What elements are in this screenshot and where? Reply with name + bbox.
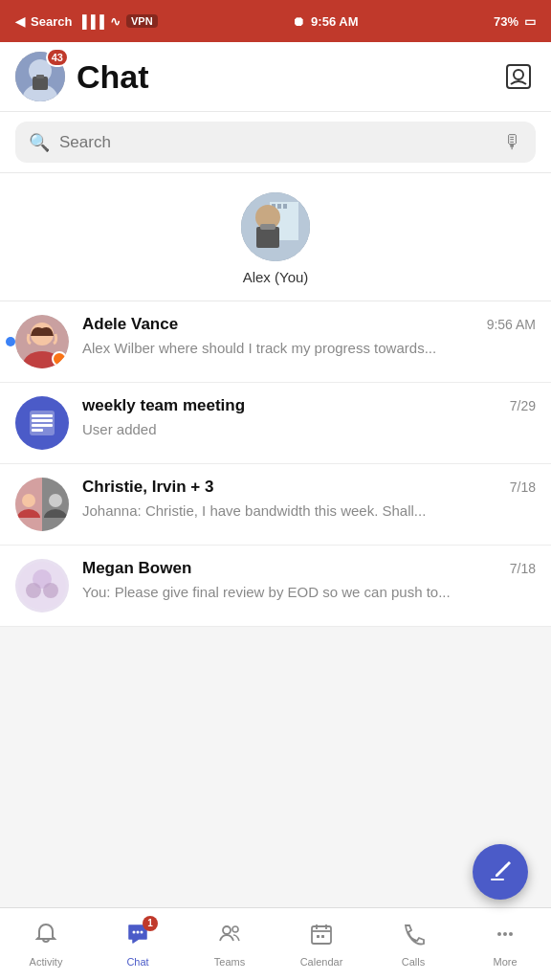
chat-list: Adele Vance 9:56 AM Alex Wilber where sh… [0,301,551,627]
svg-rect-14 [256,227,279,248]
page-title: Chat [77,58,149,96]
chat-label: Chat [126,956,148,968]
nav-calls[interactable]: Calls [367,908,459,980]
megan-time: 7/18 [510,561,536,576]
adele-avatar [15,315,69,368]
megan-chat-top: Megan Bowen 7/18 [82,559,536,578]
svg-point-31 [43,583,58,598]
chat-item-adele[interactable]: Adele Vance 9:56 AM Alex Wilber where sh… [0,301,551,383]
weekly-chat-top: weekly team meeting 7/29 [82,396,536,415]
svg-rect-23 [32,429,43,432]
adele-chat-content: Adele Vance 9:56 AM Alex Wilber where sh… [82,315,536,358]
status-bar: ◀ Search ▐▐▐ ∿ VPN ⏺ 9:56 AM 73% ▭ [0,0,551,42]
adele-time: 9:56 AM [487,317,536,332]
svg-point-34 [137,930,140,933]
status-ring [52,351,67,367]
time-label: 9:56 AM [311,14,358,29]
svg-point-36 [223,926,231,934]
adele-preview: Alex Wilber where should I track my prog… [82,338,536,358]
adele-chat-top: Adele Vance 9:56 AM [82,315,536,334]
carrier-label: Search [31,14,72,29]
self-profile-section: Alex (You) [0,173,551,301]
new-chat-button[interactable] [501,59,536,94]
chat-item-christie[interactable]: Christie, Irvin + 3 7/18 Johanna: Christ… [0,464,551,546]
svg-rect-22 [32,424,53,427]
svg-point-26 [49,494,62,507]
svg-rect-4 [36,75,44,78]
status-right: 73% ▭ [494,14,536,29]
chat-badge: 1 [143,916,158,931]
svg-point-45 [503,932,507,936]
svg-rect-15 [260,224,276,230]
wifi-icon: ∿ [110,14,121,29]
mic-icon[interactable]: 🎙 [503,131,522,153]
christie-time: 7/18 [510,479,536,495]
chat-icon: 1 [125,922,150,952]
new-chat-fab[interactable] [473,844,528,900]
weekly-name: weekly team meeting [82,396,245,415]
weekly-avatar [15,396,69,450]
svg-rect-20 [32,414,53,417]
calendar-label: Calendar [300,956,343,968]
more-icon [493,922,518,952]
vpn-badge: VPN [126,14,158,28]
self-avatar[interactable] [241,192,310,261]
nav-more[interactable]: More [459,908,551,980]
header: 43 Chat [0,42,551,112]
header-left: 43 Chat [15,52,149,101]
svg-rect-3 [33,77,48,90]
svg-point-46 [509,932,513,936]
megan-preview: You: Please give final review by EOD so … [82,582,536,602]
teams-icon [217,922,242,952]
svg-point-6 [514,70,523,79]
christie-chat-content: Christie, Irvin + 3 7/18 Johanna: Christ… [82,478,536,521]
status-center: ⏺ 9:56 AM [293,14,358,29]
christie-preview: Johanna: Christie, I have bandwidth this… [82,501,536,521]
record-icon: ⏺ [293,14,305,29]
bottom-navigation: Activity 1 Chat Teams [0,907,551,980]
svg-rect-42 [317,935,320,938]
nav-chat[interactable]: 1 Chat [92,908,184,980]
nav-calendar[interactable]: Calendar [276,908,367,980]
svg-rect-21 [32,419,53,422]
calls-icon [401,922,426,952]
more-label: More [493,956,517,968]
chat-item-weekly[interactable]: weekly team meeting 7/29 User added [0,383,551,464]
megan-chat-content: Megan Bowen 7/18 You: Please give final … [82,559,536,602]
svg-point-37 [232,926,238,932]
profile-avatar-wrapper[interactable]: 43 [15,52,65,101]
calendar-icon [309,922,334,952]
self-name-label: Alex (You) [243,269,309,285]
weekly-time: 7/29 [510,398,536,413]
battery-icon: ▭ [524,14,536,29]
christie-avatar [15,478,69,531]
svg-rect-19 [30,411,55,435]
search-input[interactable] [59,133,494,152]
search-bar: 🔍 🎙 [0,112,551,173]
megan-name: Megan Bowen [82,559,191,578]
activity-icon [33,922,58,952]
search-icon: 🔍 [29,132,50,153]
status-left: ◀ Search ▐▐▐ ∿ VPN [15,14,158,29]
teams-label: Teams [214,956,245,968]
svg-rect-43 [321,935,324,938]
nav-teams[interactable]: Teams [184,908,276,980]
christie-chat-top: Christie, Irvin + 3 7/18 [82,478,536,497]
svg-rect-32 [491,879,504,880]
svg-point-35 [141,930,143,933]
adele-name: Adele Vance [82,315,178,334]
svg-point-44 [497,932,501,936]
svg-point-24 [22,494,35,507]
search-container[interactable]: 🔍 🎙 [15,122,536,163]
svg-point-33 [133,930,136,933]
weekly-chat-content: weekly team meeting 7/29 User added [82,396,536,439]
svg-point-25 [17,509,40,518]
svg-rect-38 [312,926,331,944]
svg-rect-12 [283,204,287,209]
nav-activity[interactable]: Activity [0,908,92,980]
unread-indicator [6,337,15,346]
svg-rect-5 [507,65,530,88]
svg-rect-11 [277,204,281,209]
svg-point-30 [26,583,41,598]
chat-item-megan[interactable]: Megan Bowen 7/18 You: Please give final … [0,546,551,627]
